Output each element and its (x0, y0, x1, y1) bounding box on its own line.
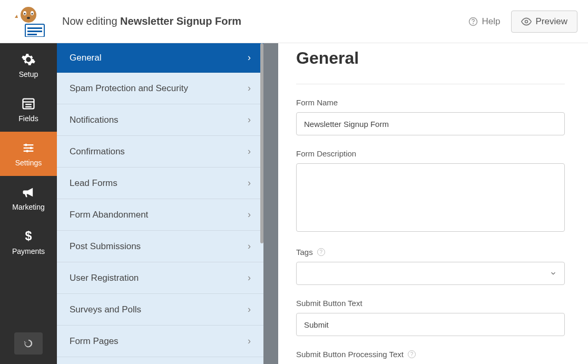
svg-point-5 (27, 17, 30, 19)
chevron-right-icon: › (248, 336, 251, 347)
svg-text:$: $ (25, 229, 32, 243)
submit-button-processing-label: Submit Button Processing Text (296, 350, 404, 359)
help-label: Help (482, 16, 501, 27)
sub-item-form-abandonment[interactable]: Form Abandonment › (57, 199, 263, 231)
chevron-right-icon: › (248, 146, 251, 157)
submit-button-text-label: Submit Button Text (296, 299, 565, 308)
help-icon (468, 17, 478, 26)
form-title: Newsletter Signup Form (120, 15, 241, 27)
wpforms-logo[interactable] (11, 6, 46, 37)
sub-item-spam[interactable]: Spam Protection and Security › (57, 73, 263, 104)
form-name-label: Form Name (296, 98, 565, 107)
sidebar-label: Settings (15, 159, 42, 167)
divider (296, 84, 565, 84)
sub-item-lead-forms[interactable]: Lead Forms › (57, 168, 263, 199)
sliders-icon (21, 141, 36, 155)
sub-item-label: Spam Protection and Security (70, 83, 188, 94)
sub-item-label: Surveys and Polls (70, 304, 141, 315)
eye-icon (521, 16, 532, 27)
chevron-right-icon: › (248, 83, 251, 94)
svg-rect-9 (27, 34, 37, 35)
header: Now editing Newsletter Signup Form Help … (0, 0, 588, 43)
sub-item-label: Notifications (70, 115, 119, 125)
svg-rect-8 (27, 31, 42, 32)
svg-point-4 (32, 13, 33, 14)
svg-point-3 (24, 13, 26, 14)
sub-item-label: User Registration (70, 273, 139, 283)
chevron-right-icon: › (248, 272, 251, 283)
sub-item-general[interactable]: General › (57, 43, 263, 73)
sub-item-notifications[interactable]: Notifications › (57, 104, 263, 136)
history-button[interactable] (14, 332, 43, 355)
sidebar-item-payments[interactable]: $ Payments (0, 220, 57, 264)
chevron-right-icon: › (248, 304, 251, 315)
form-name-input[interactable] (296, 112, 565, 135)
sub-item-label: Post Submissions (70, 241, 141, 252)
form-description-input[interactable] (296, 163, 565, 232)
sub-item-label: Form Pages (70, 336, 119, 347)
svg-rect-7 (27, 27, 42, 29)
sub-item-confirmations[interactable]: Confirmations › (57, 136, 263, 168)
tags-select[interactable] (296, 262, 565, 285)
preview-label: Preview (536, 16, 567, 27)
editing-label: Now editing Newsletter Signup Form (62, 15, 468, 27)
chevron-down-icon (550, 270, 557, 277)
editing-prefix: Now editing (62, 15, 120, 27)
gear-icon (21, 52, 36, 67)
sub-item-post-submissions[interactable]: Post Submissions › (57, 231, 263, 262)
main-content: General Form Name Form Description Tags … (278, 43, 588, 364)
sidebar-item-setup[interactable]: Setup (0, 43, 57, 87)
page-title: General (296, 48, 588, 68)
sidebar-item-fields[interactable]: Fields (0, 87, 57, 132)
chevron-right-icon: › (248, 52, 251, 63)
svg-point-11 (473, 23, 473, 24)
help-tooltip-icon[interactable]: ? (408, 350, 416, 358)
svg-point-12 (525, 20, 527, 23)
svg-point-20 (30, 147, 32, 150)
main-sidebar: Setup Fields Settings Marketing $ Paymen… (0, 43, 57, 364)
history-icon (23, 338, 34, 349)
sub-item-form-pages[interactable]: Form Pages › (57, 326, 263, 357)
sidebar-label: Payments (12, 247, 45, 255)
settings-sub-panel: General › Spam Protection and Security ›… (57, 43, 278, 364)
svg-point-18 (25, 144, 27, 146)
chevron-right-icon: › (248, 209, 251, 220)
sub-item-label: General (70, 53, 101, 63)
sub-item-user-registration[interactable]: User Registration › (57, 262, 263, 294)
help-tooltip-icon[interactable]: ? (317, 248, 325, 256)
list-icon (21, 96, 36, 111)
sidebar-item-settings[interactable]: Settings (0, 132, 57, 176)
sidebar-label: Marketing (12, 203, 44, 211)
sub-item-surveys-polls[interactable]: Surveys and Polls › (57, 294, 263, 326)
sub-item-label: Confirmations (70, 146, 125, 157)
preview-button[interactable]: Preview (511, 11, 577, 33)
dollar-icon: $ (21, 229, 36, 244)
chevron-right-icon: › (248, 241, 251, 252)
form-description-label: Form Description (296, 149, 565, 158)
sidebar-label: Setup (19, 70, 38, 78)
sidebar-item-marketing[interactable]: Marketing (0, 176, 57, 220)
chevron-right-icon: › (248, 114, 251, 125)
svg-point-22 (26, 150, 28, 153)
sub-item-label: Form Abandonment (70, 210, 148, 220)
svg-point-0 (21, 7, 36, 23)
tags-label: Tags (296, 248, 313, 257)
sub-item-label: Lead Forms (70, 178, 117, 189)
sidebar-label: Fields (18, 114, 38, 123)
bullhorn-icon (21, 185, 36, 200)
submit-button-text-input[interactable] (296, 313, 565, 336)
chevron-right-icon: › (248, 178, 251, 189)
help-button[interactable]: Help (468, 16, 501, 27)
